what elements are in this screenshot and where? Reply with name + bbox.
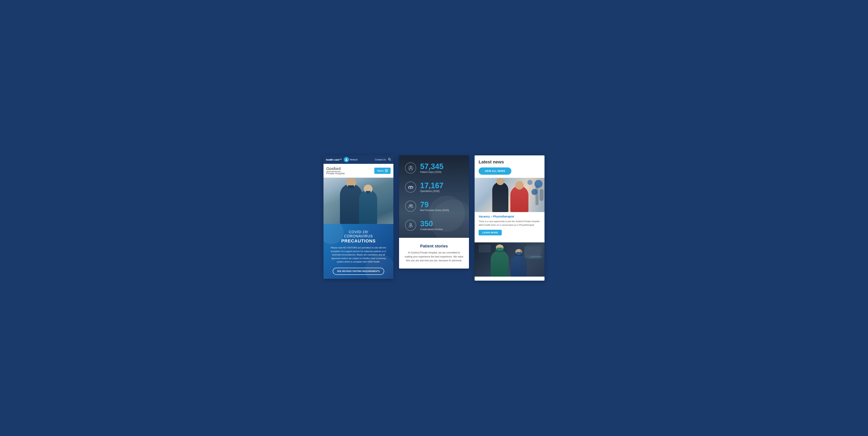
physio-card-text: There is a new opportunity to join the G… (478, 220, 540, 227)
stat-operations-label: Operations (2020) (420, 190, 443, 193)
svg-line-2 (390, 160, 391, 161)
svg-point-13 (411, 205, 412, 206)
news-section-title: Latest news (478, 159, 540, 165)
svg-point-3 (410, 166, 411, 168)
news-header: Latest news VIEW ALL NEWS (474, 155, 545, 178)
hospital-header: Gosford Private Hospital Menu (323, 164, 394, 178)
hospital-title: Gosford Private Hospital (326, 166, 345, 175)
stat-nps-label: Net Promoter Score (2020) (420, 209, 449, 212)
medical-label: Medical (350, 158, 358, 161)
stat-operations-number: 17,167 (420, 182, 443, 190)
stat-patient-days-content: 57,345 Patient Days (2020) (420, 163, 443, 173)
stat-operations-content: 17,167 Operations (2020) (420, 182, 443, 193)
surgery-card-image (474, 242, 545, 277)
menu-label: Menu (377, 169, 384, 172)
nav-bar: healthecare™ Medical Contact Us (323, 155, 394, 164)
physio-card-image (474, 178, 545, 212)
panel-news: Latest news VIEW ALL NEWS (474, 155, 545, 281)
panel-website: healthecare™ Medical Contact Us Gosford … (323, 155, 394, 279)
svg-point-9 (410, 187, 411, 188)
covid-section: COVID-19/ CORONAVIRUS PRECAUTIONS Please… (323, 224, 394, 279)
svg-rect-5 (408, 187, 413, 188)
physio-card-body: Vacancy – Physiotherapist There is a new… (474, 212, 545, 238)
covid-title-line2: CORONAVIRUS (328, 234, 390, 238)
covid-body-text: Please note NO VISITORS are permitted on… (330, 246, 386, 264)
menu-button[interactable]: Menu (374, 168, 391, 174)
stat-doctors-label: Credentialed Doctors (420, 228, 443, 231)
hospital-city: Gosford (326, 166, 341, 172)
stat-doctors: 350 Credentialed Doctors (405, 220, 463, 231)
svg-point-12 (409, 205, 411, 206)
news-card-surgery (474, 242, 545, 281)
nps-icon (405, 201, 416, 212)
patient-days-icon (405, 163, 416, 173)
physio-learn-more-button[interactable]: LEARN MORE (478, 230, 502, 235)
stat-doctors-number: 350 (420, 220, 443, 228)
physio-card-title[interactable]: Vacancy – Physiotherapist (478, 215, 540, 218)
hero-image (323, 178, 394, 224)
operations-icon (405, 181, 416, 193)
panel-stats: 57,345 Patient Days (2020) (399, 155, 469, 268)
stat-doctors-content: 350 Credentialed Doctors (420, 220, 443, 231)
medical-badge (344, 157, 349, 162)
stat-nps: 79 Net Promoter Score (2020) (405, 201, 463, 212)
search-icon[interactable] (388, 157, 391, 162)
stats-section: 57,345 Patient Days (2020) (399, 155, 469, 238)
stat-nps-number: 79 (420, 201, 449, 208)
stat-patient-days-number: 57,345 (420, 163, 443, 170)
svg-point-15 (410, 227, 411, 227)
hamburger-icon (385, 170, 388, 172)
svg-point-1 (389, 158, 390, 160)
patient-stories-body: At Gosford Private Hospital, we are comm… (404, 251, 464, 263)
news-card-physio: Vacancy – Physiotherapist There is a new… (474, 178, 545, 242)
visiting-requirements-button[interactable]: SEE REVISED VISITING REQUIREMENTS (333, 268, 384, 275)
stat-operations: 17,167 Operations (2020) (405, 181, 463, 193)
stat-patient-days: 57,345 Patient Days (2020) (405, 163, 463, 173)
svg-point-14 (410, 223, 411, 225)
patient-stories-title: Patient stories (404, 244, 464, 249)
nav-logo: healthecare™ (326, 158, 342, 161)
stat-nps-content: 79 Net Promoter Score (2020) (420, 201, 449, 212)
contact-link[interactable]: Contact Us (375, 158, 386, 161)
hospital-subtitle: Private Hospital (326, 172, 345, 175)
view-all-news-button[interactable]: VIEW ALL NEWS (478, 168, 512, 175)
app-container: healthecare™ Medical Contact Us Gosford … (323, 155, 545, 281)
svg-point-0 (346, 158, 347, 159)
stat-patient-days-label: Patient Days (2020) (420, 171, 443, 173)
doctors-icon (405, 220, 416, 231)
covid-title-bold: PRECAUTIONS (328, 238, 390, 244)
covid-title-line1: COVID-19/ (328, 230, 390, 234)
